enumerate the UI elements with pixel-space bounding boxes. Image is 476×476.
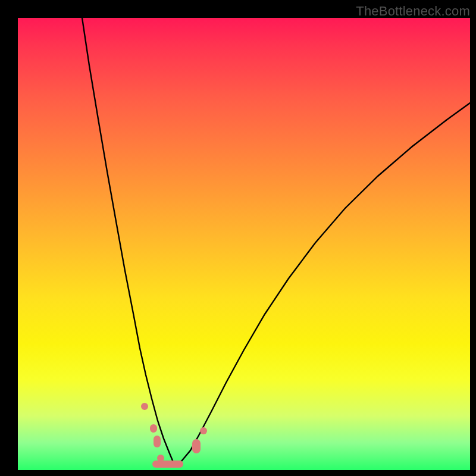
right-curve	[174, 103, 470, 465]
data-marker	[192, 439, 201, 453]
data-marker	[200, 427, 207, 434]
watermark-text: TheBottleneck.com	[356, 4, 470, 19]
plot-area	[18, 18, 470, 470]
left-curve	[82, 18, 174, 465]
chart-frame: TheBottleneck.com	[0, 0, 476, 476]
marker-group	[141, 403, 207, 468]
data-marker	[152, 461, 183, 468]
curve-overlay	[18, 18, 470, 470]
data-marker	[154, 436, 161, 447]
data-marker	[141, 403, 148, 410]
data-marker	[150, 424, 157, 433]
